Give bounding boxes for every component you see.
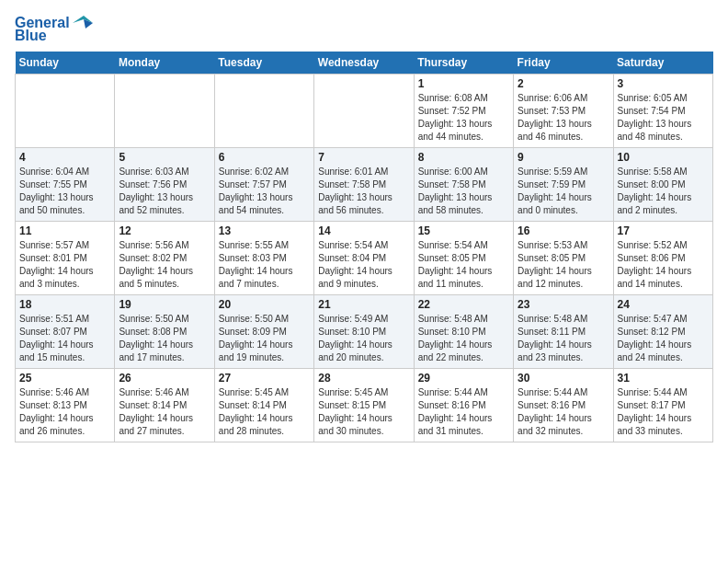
day-number: 3 (618, 77, 709, 90)
day-cell: 22Sunrise: 5:48 AM Sunset: 8:10 PM Dayli… (414, 295, 513, 369)
day-info: Sunrise: 6:04 AM Sunset: 7:55 PM Dayligh… (19, 166, 110, 217)
day-info: Sunrise: 5:47 AM Sunset: 8:12 PM Dayligh… (618, 313, 709, 364)
day-cell: 11Sunrise: 5:57 AM Sunset: 8:01 PM Dayli… (16, 222, 115, 295)
header-cell-monday: Monday (115, 52, 214, 75)
logo-container: General Blue (15, 15, 93, 44)
day-cell: 21Sunrise: 5:49 AM Sunset: 8:10 PM Dayli… (314, 295, 414, 369)
week-row-2: 4Sunrise: 6:04 AM Sunset: 7:55 PM Daylig… (16, 148, 713, 222)
day-number: 10 (618, 151, 709, 164)
day-info: Sunrise: 6:06 AM Sunset: 7:53 PM Dayligh… (518, 92, 609, 144)
day-cell: 1Sunrise: 6:08 AM Sunset: 7:52 PM Daylig… (414, 75, 513, 148)
day-info: Sunrise: 5:45 AM Sunset: 8:15 PM Dayligh… (318, 386, 409, 438)
day-number: 26 (119, 372, 210, 385)
day-number: 14 (318, 224, 409, 237)
day-cell: 27Sunrise: 5:45 AM Sunset: 8:14 PM Dayli… (214, 369, 313, 442)
day-cell (16, 75, 115, 148)
day-number: 8 (418, 151, 509, 164)
day-cell: 23Sunrise: 5:48 AM Sunset: 8:11 PM Dayli… (514, 295, 613, 369)
logo-bird-icon (73, 16, 93, 30)
day-cell: 8Sunrise: 6:00 AM Sunset: 7:58 PM Daylig… (414, 148, 513, 222)
day-cell (115, 75, 214, 148)
day-info: Sunrise: 5:45 AM Sunset: 8:14 PM Dayligh… (219, 386, 310, 438)
header-cell-friday: Friday (514, 52, 613, 75)
day-info: Sunrise: 5:44 AM Sunset: 8:16 PM Dayligh… (518, 386, 609, 438)
week-row-1: 1Sunrise: 6:08 AM Sunset: 7:52 PM Daylig… (16, 75, 713, 148)
calendar-table: SundayMondayTuesdayWednesdayThursdayFrid… (15, 52, 713, 442)
day-number: 19 (119, 298, 210, 311)
day-info: Sunrise: 5:49 AM Sunset: 8:10 PM Dayligh… (318, 313, 409, 364)
day-info: Sunrise: 6:08 AM Sunset: 7:52 PM Dayligh… (418, 92, 509, 144)
day-info: Sunrise: 5:53 AM Sunset: 8:05 PM Dayligh… (518, 239, 609, 291)
day-number: 30 (518, 372, 609, 385)
day-info: Sunrise: 5:48 AM Sunset: 8:11 PM Dayligh… (518, 313, 609, 364)
day-cell: 31Sunrise: 5:44 AM Sunset: 8:17 PM Dayli… (613, 369, 712, 442)
day-number: 2 (518, 77, 609, 90)
header-cell-saturday: Saturday (613, 52, 712, 75)
day-cell: 12Sunrise: 5:56 AM Sunset: 8:02 PM Dayli… (115, 222, 214, 295)
day-number: 1 (418, 77, 509, 90)
day-info: Sunrise: 5:55 AM Sunset: 8:03 PM Dayligh… (219, 239, 310, 291)
logo-blue: Blue (15, 28, 47, 44)
day-info: Sunrise: 5:50 AM Sunset: 8:09 PM Dayligh… (219, 313, 310, 364)
week-row-5: 25Sunrise: 5:46 AM Sunset: 8:13 PM Dayli… (16, 369, 713, 442)
day-number: 28 (318, 372, 409, 385)
day-number: 4 (19, 151, 110, 164)
day-cell: 20Sunrise: 5:50 AM Sunset: 8:09 PM Dayli… (214, 295, 313, 369)
day-cell: 16Sunrise: 5:53 AM Sunset: 8:05 PM Dayli… (514, 222, 613, 295)
day-info: Sunrise: 6:02 AM Sunset: 7:57 PM Dayligh… (219, 166, 310, 217)
day-number: 27 (219, 372, 310, 385)
day-cell: 25Sunrise: 5:46 AM Sunset: 8:13 PM Dayli… (16, 369, 115, 442)
day-info: Sunrise: 5:46 AM Sunset: 8:14 PM Dayligh… (119, 386, 210, 438)
day-info: Sunrise: 5:51 AM Sunset: 8:07 PM Dayligh… (19, 313, 110, 364)
day-info: Sunrise: 5:50 AM Sunset: 8:08 PM Dayligh… (119, 313, 210, 364)
day-cell: 28Sunrise: 5:45 AM Sunset: 8:15 PM Dayli… (314, 369, 414, 442)
day-cell: 14Sunrise: 5:54 AM Sunset: 8:04 PM Dayli… (314, 222, 414, 295)
day-info: Sunrise: 5:59 AM Sunset: 7:59 PM Dayligh… (518, 166, 609, 217)
day-info: Sunrise: 6:00 AM Sunset: 7:58 PM Dayligh… (418, 166, 509, 217)
header-cell-wednesday: Wednesday (314, 52, 414, 75)
day-number: 12 (119, 224, 210, 237)
day-number: 15 (418, 224, 509, 237)
week-row-3: 11Sunrise: 5:57 AM Sunset: 8:01 PM Dayli… (16, 222, 713, 295)
day-cell: 30Sunrise: 5:44 AM Sunset: 8:16 PM Dayli… (514, 369, 613, 442)
day-info: Sunrise: 5:52 AM Sunset: 8:06 PM Dayligh… (618, 239, 709, 291)
day-number: 24 (618, 298, 709, 311)
page-header: General Blue (15, 15, 713, 44)
calendar-body: 1Sunrise: 6:08 AM Sunset: 7:52 PM Daylig… (16, 75, 713, 442)
day-number: 17 (618, 224, 709, 237)
day-cell: 15Sunrise: 5:54 AM Sunset: 8:05 PM Dayli… (414, 222, 513, 295)
day-info: Sunrise: 5:46 AM Sunset: 8:13 PM Dayligh… (19, 386, 110, 438)
calendar-header: SundayMondayTuesdayWednesdayThursdayFrid… (16, 52, 713, 75)
day-number: 6 (219, 151, 310, 164)
day-number: 7 (318, 151, 409, 164)
day-info: Sunrise: 5:58 AM Sunset: 8:00 PM Dayligh… (618, 166, 709, 217)
day-cell: 24Sunrise: 5:47 AM Sunset: 8:12 PM Dayli… (613, 295, 712, 369)
day-number: 22 (418, 298, 509, 311)
day-cell: 4Sunrise: 6:04 AM Sunset: 7:55 PM Daylig… (16, 148, 115, 222)
day-cell: 13Sunrise: 5:55 AM Sunset: 8:03 PM Dayli… (214, 222, 313, 295)
day-number: 5 (119, 151, 210, 164)
day-number: 13 (219, 224, 310, 237)
day-cell: 5Sunrise: 6:03 AM Sunset: 7:56 PM Daylig… (115, 148, 214, 222)
day-cell: 19Sunrise: 5:50 AM Sunset: 8:08 PM Dayli… (115, 295, 214, 369)
day-cell: 17Sunrise: 5:52 AM Sunset: 8:06 PM Dayli… (613, 222, 712, 295)
day-number: 16 (518, 224, 609, 237)
day-cell: 6Sunrise: 6:02 AM Sunset: 7:57 PM Daylig… (214, 148, 313, 222)
header-cell-sunday: Sunday (16, 52, 115, 75)
day-info: Sunrise: 6:05 AM Sunset: 7:54 PM Dayligh… (618, 92, 709, 144)
day-number: 29 (418, 372, 509, 385)
day-info: Sunrise: 6:03 AM Sunset: 7:56 PM Dayligh… (119, 166, 210, 217)
day-cell: 3Sunrise: 6:05 AM Sunset: 7:54 PM Daylig… (613, 75, 712, 148)
day-number: 25 (19, 372, 110, 385)
day-info: Sunrise: 5:44 AM Sunset: 8:17 PM Dayligh… (618, 386, 709, 438)
day-info: Sunrise: 5:56 AM Sunset: 8:02 PM Dayligh… (119, 239, 210, 291)
day-info: Sunrise: 5:57 AM Sunset: 8:01 PM Dayligh… (19, 239, 110, 291)
logo: General Blue (15, 15, 93, 44)
day-info: Sunrise: 5:54 AM Sunset: 8:04 PM Dayligh… (318, 239, 409, 291)
day-cell (214, 75, 313, 148)
day-number: 9 (518, 151, 609, 164)
day-cell: 7Sunrise: 6:01 AM Sunset: 7:58 PM Daylig… (314, 148, 414, 222)
day-number: 31 (618, 372, 709, 385)
day-cell (314, 75, 414, 148)
day-cell: 26Sunrise: 5:46 AM Sunset: 8:14 PM Dayli… (115, 369, 214, 442)
